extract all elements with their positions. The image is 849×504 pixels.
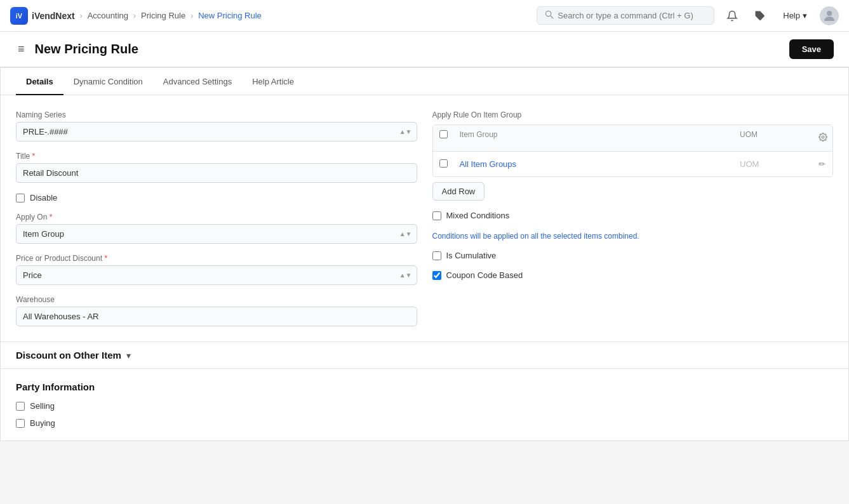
page-header: ≡ New Pricing Rule Save (0, 32, 849, 67)
svg-point-0 (546, 11, 551, 16)
save-button[interactable]: Save (789, 39, 834, 59)
breadcrumb-sep-3: › (191, 11, 193, 20)
naming-series-select-wrapper: PRLE-.#### ▲▼ (16, 122, 417, 142)
top-nav: iV iVendNext › Accounting › Pricing Rule… (0, 0, 849, 32)
item-group-table: Item Group UOM (432, 124, 834, 177)
apply-on-field: Apply On * Item Group ▲▼ (16, 213, 417, 244)
coupon-code-row: Coupon Code Based (432, 270, 834, 280)
svg-line-1 (551, 16, 553, 18)
tag-button[interactable] (750, 6, 770, 26)
tab-bar: Details Dynamic Condition Advanced Setti… (1, 68, 848, 95)
search-bar[interactable] (537, 6, 714, 25)
coupon-code-checkbox[interactable] (432, 271, 441, 280)
table-row-edit-button[interactable]: ✏ (816, 157, 828, 171)
mixed-conditions-row: Mixed Conditions (432, 211, 834, 220)
table-row-checkbox-cell (433, 154, 453, 175)
right-column: Apply Rule On Item Group Item Group UOM (432, 110, 834, 326)
disable-label[interactable]: Disable (30, 193, 57, 202)
notifications-button[interactable] (722, 6, 742, 26)
breadcrumb-sep-2: › (133, 11, 136, 20)
naming-series-label: Naming Series (16, 110, 417, 119)
discount-section-title: Discount on Other Item (16, 350, 121, 361)
title-required: * (32, 152, 36, 161)
logo-icon: iV (10, 7, 28, 25)
avatar[interactable] (820, 6, 839, 25)
help-chevron-icon: ▾ (803, 11, 807, 20)
table-row-item-group-cell[interactable]: All Item Groups (453, 154, 734, 174)
breadcrumb-current: New Pricing Rule (198, 11, 262, 20)
topnav-right: Help ▾ (537, 6, 839, 26)
selling-row: Selling (16, 401, 833, 411)
disable-checkbox[interactable] (16, 194, 25, 202)
table-header-uom: UOM (733, 125, 810, 151)
mixed-conditions-checkbox[interactable] (432, 211, 441, 220)
search-icon (545, 10, 554, 21)
table-header: Item Group UOM (433, 125, 833, 152)
form-card: Details Dynamic Condition Advanced Setti… (0, 67, 849, 441)
help-label: Help (783, 11, 800, 20)
table-header-settings (810, 125, 832, 151)
svg-point-3 (827, 11, 832, 16)
help-button[interactable]: Help ▾ (778, 8, 812, 23)
selling-label[interactable]: Selling (30, 401, 55, 411)
table-row-edit-cell: ✏ (810, 152, 832, 176)
hamburger-button[interactable]: ≡ (15, 40, 27, 58)
add-row-button[interactable]: Add Row (432, 182, 485, 201)
price-product-field: Price or Product Discount * Price ▲▼ (16, 254, 417, 285)
discount-section-chevron-icon: ▾ (126, 350, 131, 361)
coupon-code-label[interactable]: Coupon Code Based (446, 270, 523, 280)
apply-on-label: Apply On * (16, 213, 417, 222)
table-row-uom-cell[interactable]: UOM (733, 154, 810, 174)
table-row: All Item Groups UOM ✏ (433, 152, 833, 176)
buying-row: Buying (16, 418, 833, 428)
table-row-checkbox[interactable] (439, 159, 448, 168)
mixed-conditions-label[interactable]: Mixed Conditions (446, 211, 510, 220)
tab-details[interactable]: Details (16, 68, 64, 95)
selling-checkbox[interactable] (16, 402, 25, 411)
warehouse-input[interactable] (16, 307, 417, 326)
party-checkboxes: Selling Buying (16, 401, 833, 428)
title-field: Title * (16, 152, 417, 183)
table-select-all-checkbox[interactable] (439, 130, 448, 138)
title-label: Title * (16, 152, 417, 161)
mixed-conditions-help: Conditions will be applied on all the se… (432, 232, 834, 241)
apply-on-select[interactable]: Item Group (16, 224, 417, 244)
party-section-title: Party Information (16, 381, 833, 392)
apply-rule-section: Apply Rule On Item Group Item Group UOM (432, 110, 834, 201)
svg-point-4 (822, 136, 824, 138)
app-name: iVendNext (32, 11, 75, 21)
buying-checkbox[interactable] (16, 419, 25, 428)
search-input[interactable] (558, 11, 706, 20)
price-product-select-wrapper: Price ▲▼ (16, 265, 417, 285)
discount-other-item-section[interactable]: Discount on Other Item ▾ (1, 342, 848, 368)
table-settings-button[interactable] (816, 130, 830, 146)
is-cumulative-label[interactable]: Is Cumulative (446, 251, 497, 260)
party-information-section: Party Information Selling Buying (1, 368, 848, 441)
form-body: Naming Series PRLE-.#### ▲▼ Title * (1, 95, 848, 342)
breadcrumb-pricing-rule[interactable]: Pricing Rule (141, 11, 185, 20)
price-product-select[interactable]: Price (16, 265, 417, 285)
naming-series-select[interactable]: PRLE-.#### (16, 122, 417, 142)
disable-checkbox-row: Disable (16, 193, 417, 202)
naming-series-field: Naming Series PRLE-.#### ▲▼ (16, 110, 417, 142)
main-content: Details Dynamic Condition Advanced Setti… (0, 67, 849, 504)
warehouse-field: Warehouse (16, 295, 417, 326)
price-product-label: Price or Product Discount * (16, 254, 417, 263)
buying-label[interactable]: Buying (30, 418, 55, 428)
table-header-checkbox-col (433, 125, 453, 151)
app-logo[interactable]: iV iVendNext (10, 7, 75, 25)
warehouse-label: Warehouse (16, 295, 417, 304)
breadcrumb-sep-1: › (80, 11, 83, 20)
breadcrumb-accounting[interactable]: Accounting (88, 11, 128, 20)
apply-on-select-wrapper: Item Group ▲▼ (16, 224, 417, 244)
apply-rule-title: Apply Rule On Item Group (432, 110, 834, 119)
is-cumulative-row: Is Cumulative (432, 251, 834, 260)
is-cumulative-checkbox[interactable] (432, 251, 441, 260)
title-input[interactable] (16, 163, 417, 183)
left-column: Naming Series PRLE-.#### ▲▼ Title * (16, 110, 417, 326)
tab-advanced-settings[interactable]: Advanced Settings (153, 68, 242, 95)
tab-dynamic-condition[interactable]: Dynamic Condition (64, 68, 153, 95)
page-title: New Pricing Rule (35, 42, 138, 56)
tab-help-article[interactable]: Help Article (242, 68, 304, 95)
table-header-item-group: Item Group (453, 125, 734, 151)
